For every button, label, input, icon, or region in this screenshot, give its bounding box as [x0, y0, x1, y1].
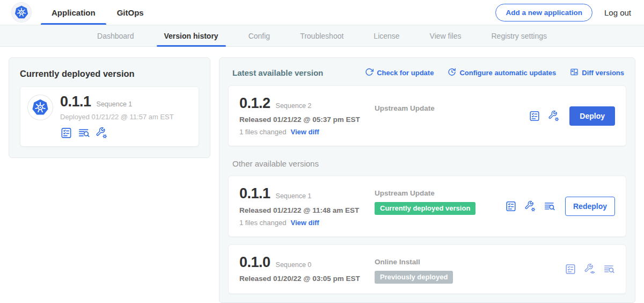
files-changed-line: 1 files changed View diff: [239, 128, 375, 136]
files-changed-label: 1 files changed: [239, 219, 286, 227]
check-for-update-label: Check for update: [377, 69, 434, 77]
currently-deployed-title: Currently deployed version: [20, 69, 199, 79]
deploy-logs-icon[interactable]: [544, 200, 555, 212]
version-line: 0.1.1 Sequence 1: [60, 94, 174, 109]
version-number: 0.1.0: [239, 255, 270, 270]
app-icon: [28, 95, 53, 120]
release-notes-icon[interactable]: [529, 110, 540, 122]
edit-config-icon[interactable]: [524, 200, 536, 212]
view-diff-link[interactable]: View diff: [290, 128, 319, 136]
version-number: 0.1.1: [239, 186, 270, 201]
subnav-item-troubleshoot[interactable]: Troubleshoot: [285, 25, 358, 46]
tab-application[interactable]: Application: [41, 0, 106, 25]
configure-automatic-updates-link[interactable]: Configure automatic updates: [448, 68, 556, 78]
main-content: Currently deployed version 0.1.1 Sequenc…: [0, 47, 644, 303]
kubernetes-logo: [12, 3, 31, 22]
version-number: 0.1.1: [60, 94, 91, 109]
previously-deployed-badge: Previously deployed: [375, 271, 453, 284]
subnav-item-view-files[interactable]: View files: [415, 25, 477, 46]
version-number: 0.1.2: [239, 96, 270, 111]
app-subnav: Dashboard Version history Config Trouble…: [0, 25, 644, 47]
view-config-icon[interactable]: [584, 263, 596, 275]
latest-available-title: Latest available version: [232, 68, 323, 77]
version-line: 0.1.1 Sequence 1: [239, 186, 375, 201]
files-changed-label: 1 files changed: [239, 128, 286, 136]
released-timestamp: Released 01/21/22 @ 05:37 pm EST: [239, 116, 375, 124]
source-label: Upstream Update: [375, 189, 505, 197]
released-timestamp: Released 01/21/22 @ 11:48 am EST: [239, 206, 375, 214]
version-history-header: Latest available version Check for updat…: [228, 67, 626, 78]
released-timestamp: Released 01/20/22 @ 03:05 pm EST: [239, 275, 375, 283]
sequence-label: Sequence 2: [276, 102, 312, 110]
release-notes-icon[interactable]: [505, 200, 517, 212]
version-line: 0.1.0 Sequence 0: [239, 255, 375, 270]
view-diff-link[interactable]: View diff: [290, 219, 319, 227]
version-details: 0.1.2 Sequence 2 Released 01/21/22 @ 05:…: [239, 96, 375, 136]
deployed-version-actions: [60, 127, 174, 139]
sequence-label: Sequence 0: [276, 261, 312, 269]
edit-config-icon[interactable]: [96, 127, 108, 139]
add-application-button[interactable]: Add a new application: [495, 4, 592, 21]
diff-versions-icon: [570, 68, 579, 78]
subnav-item-registry-settings[interactable]: Registry settings: [477, 25, 562, 46]
currently-deployed-badge: Currently deployed version: [375, 202, 475, 215]
deploy-logs-icon[interactable]: [78, 127, 90, 139]
deploy-button[interactable]: Deploy: [569, 106, 615, 126]
refresh-icon: [365, 68, 374, 78]
version-row-0-1-0: 0.1.0 Sequence 0 Released 01/20/22 @ 03:…: [228, 244, 626, 294]
currently-deployed-panel: Currently deployed version 0.1.1 Sequenc…: [9, 57, 210, 158]
subnav-item-version-history[interactable]: Version history: [149, 25, 233, 46]
version-source: Upstream Update Currently deployed versi…: [375, 189, 505, 215]
subnav-item-dashboard[interactable]: Dashboard: [82, 25, 149, 46]
version-source: Online Install Previously deployed: [375, 258, 565, 284]
diff-versions-link[interactable]: Diff versions: [570, 68, 624, 78]
release-notes-icon[interactable]: [565, 263, 576, 275]
tab-gitops[interactable]: GitOps: [106, 0, 155, 25]
version-row-0-1-1: 0.1.1 Sequence 1 Released 01/21/22 @ 11:…: [228, 176, 626, 236]
app-tabs: Application GitOps: [41, 0, 155, 25]
version-actions: Deploy: [529, 106, 615, 126]
version-source: Upstream Update: [375, 104, 529, 112]
version-row-0-1-2: 0.1.2 Sequence 2 Released 01/21/22 @ 05:…: [228, 85, 626, 146]
version-line: 0.1.2 Sequence 2: [239, 96, 375, 111]
app-header: Application GitOps Add a new application…: [0, 0, 644, 25]
deployed-timestamp: Deployed 01/21/22 @ 11:57 am EST: [60, 113, 174, 121]
subnav-item-license[interactable]: License: [358, 25, 414, 46]
version-details: 0.1.0 Sequence 0 Released 01/20/22 @ 03:…: [239, 255, 375, 283]
version-details: 0.1.1 Sequence 1 Released 01/21/22 @ 11:…: [239, 186, 375, 226]
redeploy-button[interactable]: Redeploy: [565, 197, 615, 216]
deployed-version-card: 0.1.1 Sequence 1 Deployed 01/21/22 @ 11:…: [20, 86, 199, 147]
files-changed-line: 1 files changed View diff: [239, 219, 375, 227]
other-available-versions-title: Other available versions: [232, 159, 626, 168]
version-actions: [565, 263, 615, 275]
deployed-version-info: 0.1.1 Sequence 1 Deployed 01/21/22 @ 11:…: [60, 94, 174, 139]
version-history-panel: Latest available version Check for updat…: [219, 57, 635, 303]
configure-automatic-updates-label: Configure automatic updates: [459, 69, 556, 77]
sequence-label: Sequence 1: [276, 192, 312, 200]
edit-config-icon[interactable]: [548, 110, 560, 122]
version-history-actions: Check for update Configure automatic upd…: [365, 68, 624, 78]
schedule-update-icon: [448, 68, 456, 78]
diff-versions-label: Diff versions: [582, 69, 624, 77]
source-label: Upstream Update: [375, 104, 529, 112]
deploy-logs-icon[interactable]: [603, 263, 615, 275]
logout-link[interactable]: Log out: [604, 8, 631, 17]
version-actions: Redeploy: [505, 197, 615, 216]
subnav-item-config[interactable]: Config: [233, 25, 285, 46]
header-right: Add a new application Log out: [495, 4, 631, 21]
release-notes-icon[interactable]: [60, 127, 72, 139]
sequence-label: Sequence 1: [97, 100, 133, 108]
source-label: Online Install: [375, 258, 565, 266]
check-for-update-link[interactable]: Check for update: [365, 68, 434, 78]
